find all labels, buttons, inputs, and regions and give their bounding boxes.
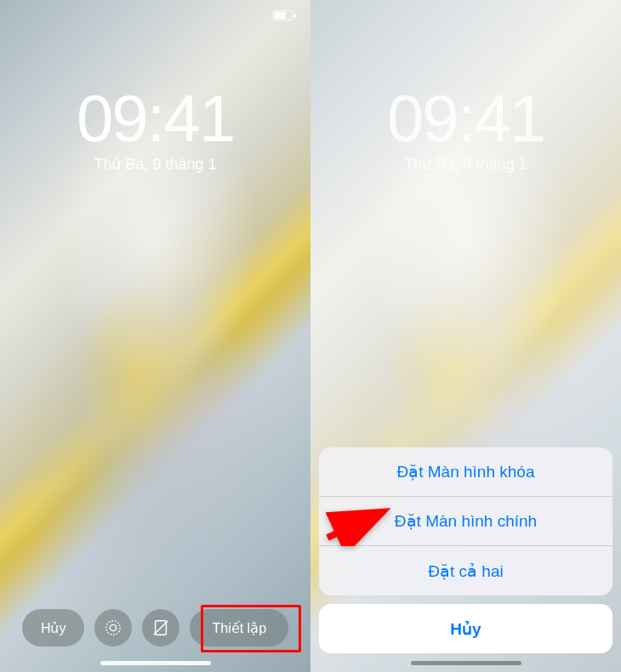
battery-icon xyxy=(273,10,293,20)
set-home-screen-option[interactable]: Đặt Màn hình chính xyxy=(319,497,612,546)
perspective-zoom-button[interactable] xyxy=(142,609,179,646)
cancel-label: Hủy xyxy=(450,619,481,639)
option-label: Đặt cả hai xyxy=(428,561,503,581)
date-display: Thứ Ba, 9 tháng 1 xyxy=(310,155,621,174)
cancel-button[interactable]: Hủy xyxy=(22,609,85,646)
lock-screen-clock: 09:41 Thứ Ba, 9 tháng 1 xyxy=(310,85,621,174)
home-indicator xyxy=(100,661,211,665)
option-label: Đặt Màn hình khóa xyxy=(397,462,535,481)
action-sheet-options: Đặt Màn hình khóa Đặt Màn hình chính Đặt… xyxy=(319,447,612,595)
live-photo-icon xyxy=(104,618,122,637)
wallpaper-preview-toolbar: Hủy Thiết lập xyxy=(0,609,310,646)
live-photo-toggle-button[interactable] xyxy=(94,609,132,646)
perspective-icon xyxy=(151,618,170,637)
set-lock-screen-option[interactable]: Đặt Màn hình khóa xyxy=(319,447,612,497)
svg-point-1 xyxy=(106,621,121,635)
time-display: 09:41 xyxy=(310,85,621,151)
home-indicator xyxy=(411,661,521,665)
option-label: Đặt Màn hình chính xyxy=(395,511,537,531)
action-sheet-cancel-button[interactable]: Hủy xyxy=(319,604,612,653)
action-sheet: Đặt Màn hình khóa Đặt Màn hình chính Đặt… xyxy=(319,447,612,653)
time-display: 09:41 xyxy=(0,85,310,151)
phone-right-action-sheet: 09:41 Thứ Ba, 9 tháng 1 Đặt Màn hình khó… xyxy=(310,0,621,672)
set-both-option[interactable]: Đặt cả hai xyxy=(319,546,612,595)
lock-screen-clock: 09:41 Thứ Ba, 9 tháng 1 xyxy=(0,85,310,174)
cancel-label: Hủy xyxy=(41,620,66,636)
date-display: Thứ Ba, 9 tháng 1 xyxy=(0,155,310,174)
svg-point-0 xyxy=(111,624,117,630)
status-bar xyxy=(273,10,293,20)
phone-left-wallpaper-preview: 09:41 Thứ Ba, 9 tháng 1 Hủy Thiết lập xyxy=(0,0,310,672)
setup-button[interactable]: Thiết lập xyxy=(190,609,288,646)
setup-label: Thiết lập xyxy=(212,620,266,636)
